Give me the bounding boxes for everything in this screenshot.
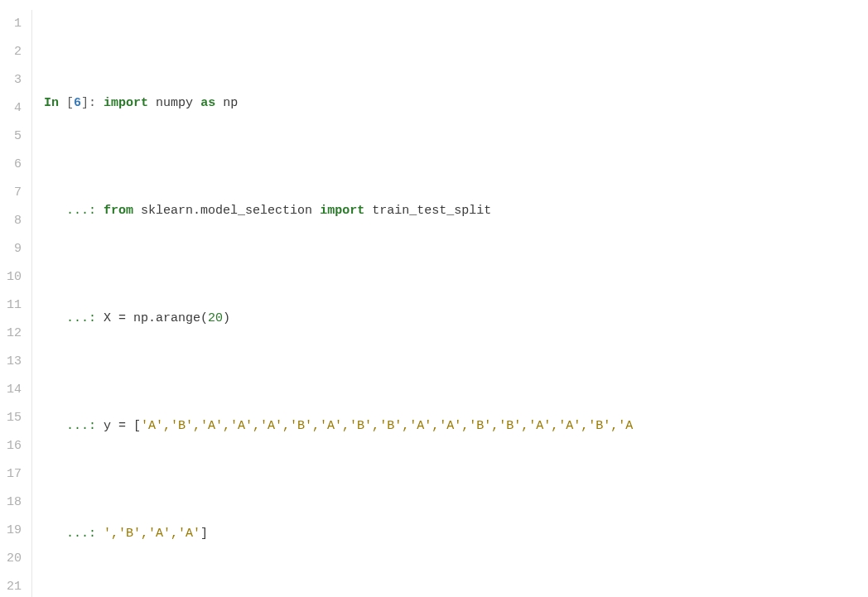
code-area[interactable]: In [6]: import numpy as np ...: from skl… [32, 10, 868, 597]
line-number: 1 [7, 10, 25, 38]
module-name: numpy [156, 96, 193, 110]
line-number: 10 [7, 263, 25, 291]
line-number: 18 [7, 489, 25, 517]
code-line: ...: ','B','A','A'] [44, 520, 868, 548]
code-line: ...: from sklearn.model_selection import… [44, 197, 868, 225]
code-line: In [6]: import numpy as np [44, 89, 868, 118]
code-line: ...: y = ['A','B','A','A','A','B','A','B… [44, 412, 868, 441]
line-number: 7 [7, 179, 25, 207]
imported-name: train_test_split [372, 204, 491, 218]
line-number: 5 [7, 123, 25, 151]
line-number: 8 [7, 207, 25, 235]
identifier: X [104, 311, 111, 325]
identifier: y [104, 419, 111, 433]
alias: np [223, 96, 238, 110]
line-number: 21 [7, 573, 25, 597]
line-number: 9 [7, 235, 25, 263]
continuation-prompt: ...: [44, 419, 104, 433]
line-number: 17 [7, 460, 25, 489]
module-path: sklearn.model_selection [141, 204, 312, 218]
keyword-import: import [104, 96, 148, 110]
line-number-gutter: 123456789101112131415161718192021 [0, 10, 32, 597]
continuation-prompt: ...: [44, 204, 104, 218]
line-number: 14 [7, 376, 25, 404]
line-number: 3 [7, 66, 25, 94]
line-number: 11 [7, 291, 25, 320]
number-literal: 20 [208, 311, 223, 325]
keyword-as: as [200, 96, 215, 110]
line-number: 19 [7, 517, 25, 545]
bracket: ]: [81, 96, 104, 110]
bracket: [ [133, 419, 141, 433]
line-number: 16 [7, 432, 25, 460]
code-editor: 123456789101112131415161718192021 In [6]… [0, 10, 868, 597]
bracket: [ [59, 96, 74, 110]
operator: = [111, 419, 133, 433]
line-number: 12 [7, 320, 25, 348]
line-number: 20 [7, 545, 25, 573]
continuation-prompt: ...: [44, 527, 104, 541]
call: np.arange( [133, 311, 208, 325]
line-number: 2 [7, 38, 25, 66]
in-prompt: In [44, 96, 59, 110]
line-number: 6 [7, 151, 25, 179]
operator: = [111, 311, 133, 325]
prompt-number: 6 [74, 96, 81, 110]
code-line: ...: X = np.arange(20) [44, 305, 868, 333]
line-number: 15 [7, 404, 25, 432]
paren: ) [223, 311, 230, 325]
keyword-import: import [320, 204, 364, 218]
line-number: 13 [7, 348, 25, 376]
string-literal: ','B','A','A' [104, 527, 200, 541]
line-number: 4 [7, 94, 25, 123]
continuation-prompt: ...: [44, 311, 104, 325]
string-literal: 'A','B','A','A','A','B','A','B','B','A',… [141, 419, 633, 433]
bracket: ] [200, 527, 208, 541]
keyword-from: from [104, 204, 133, 218]
